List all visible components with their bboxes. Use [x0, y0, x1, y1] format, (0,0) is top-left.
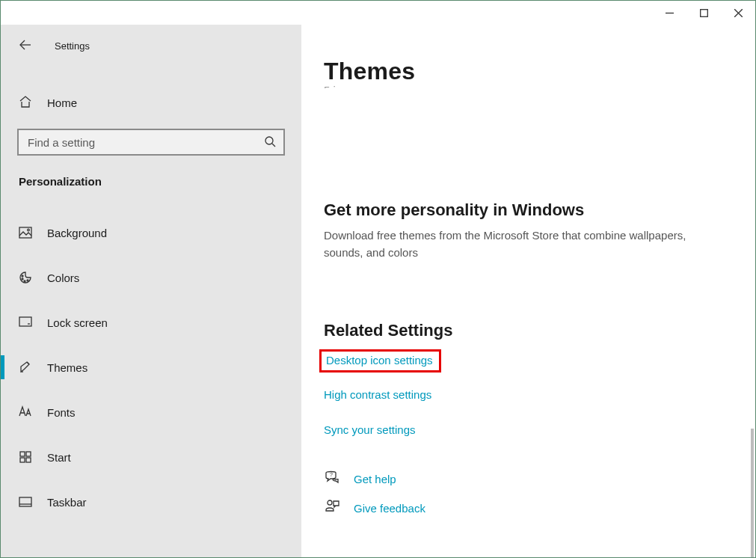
search-field[interactable] — [26, 135, 264, 150]
nav-item-colors[interactable]: Colors — [1, 255, 301, 300]
svg-text:?: ? — [330, 472, 333, 477]
page-title: Themes — [324, 58, 734, 85]
search-input[interactable] — [17, 129, 285, 156]
link-sync-your-settings[interactable]: Sync your settings — [324, 424, 416, 435]
svg-rect-1 — [700, 9, 707, 16]
settings-window: Settings Home Personalization — [0, 0, 756, 558]
scrollbar[interactable] — [751, 429, 754, 557]
titlebar — [1, 1, 755, 25]
nav-item-label: Taskbar — [47, 496, 87, 509]
nav-item-taskbar[interactable]: Taskbar — [1, 479, 301, 524]
svg-rect-17 — [26, 452, 31, 456]
lock-screen-icon — [19, 316, 32, 329]
maximize-button[interactable] — [686, 1, 721, 25]
nav-item-background[interactable]: Background — [1, 210, 301, 255]
get-more-desc: Download free themes from the Microsoft … — [324, 227, 713, 261]
home-label: Home — [47, 96, 77, 109]
svg-rect-19 — [26, 458, 31, 462]
nav-item-label: Background — [47, 227, 107, 239]
close-icon — [734, 9, 743, 17]
nav-item-start[interactable]: Start — [1, 435, 301, 479]
svg-point-5 — [265, 137, 273, 144]
svg-point-11 — [24, 280, 25, 282]
nav-item-label: Themes — [47, 361, 87, 374]
nav-list: Background Colors Lock screen — [1, 210, 301, 524]
nav-item-themes[interactable]: Themes — [1, 345, 301, 390]
svg-point-10 — [22, 278, 23, 280]
related-settings-title: Related Settings — [324, 321, 734, 340]
nav-item-fonts[interactable]: Fonts — [1, 390, 301, 435]
give-feedback-icon — [324, 499, 340, 518]
fonts-icon — [19, 405, 32, 419]
home-button[interactable]: Home — [1, 88, 301, 118]
back-button[interactable] — [19, 38, 32, 54]
give-feedback-row[interactable]: Give feedback — [324, 499, 734, 518]
nav-item-lock-screen[interactable]: Lock screen — [1, 300, 301, 345]
back-arrow-icon — [19, 38, 32, 52]
main-pane: Themes 5 images Get more personality in … — [301, 25, 755, 557]
link-desktop-icon-settings[interactable]: Desktop icon settings — [326, 355, 433, 366]
nav-item-label: Start — [47, 451, 71, 464]
get-more-title: Get more personality in Windows — [324, 200, 734, 220]
start-icon — [19, 450, 32, 464]
svg-rect-18 — [20, 458, 25, 462]
minimize-icon — [666, 9, 674, 17]
background-icon — [19, 226, 32, 239]
highlight-box: Desktop icon settings — [319, 349, 441, 372]
home-icon — [19, 95, 32, 111]
svg-point-9 — [22, 275, 23, 277]
svg-rect-13 — [19, 317, 31, 326]
taskbar-icon — [19, 495, 32, 509]
svg-rect-20 — [19, 497, 31, 506]
app-title: Settings — [55, 40, 90, 52]
get-help-link[interactable]: Get help — [354, 473, 396, 485]
close-button[interactable] — [721, 1, 755, 25]
svg-line-15 — [27, 362, 29, 364]
sidebar: Settings Home Personalization — [1, 25, 301, 557]
svg-point-23 — [328, 500, 332, 505]
get-help-row[interactable]: ? Get help — [324, 470, 734, 488]
minimize-button[interactable] — [652, 1, 686, 25]
svg-line-6 — [272, 144, 275, 147]
svg-point-8 — [28, 229, 30, 231]
svg-rect-16 — [20, 452, 25, 456]
maximize-icon — [700, 9, 708, 17]
nav-item-label: Fonts — [47, 406, 76, 419]
category-heading: Personalization — [1, 156, 301, 188]
get-help-icon: ? — [324, 470, 340, 488]
give-feedback-link[interactable]: Give feedback — [354, 502, 425, 515]
themes-icon — [19, 361, 32, 374]
link-high-contrast-settings[interactable]: High contrast settings — [324, 389, 431, 400]
svg-rect-7 — [19, 227, 31, 238]
nav-item-label: Colors — [47, 272, 79, 284]
nav-item-label: Lock screen — [47, 316, 108, 329]
search-icon — [264, 135, 276, 150]
svg-point-12 — [27, 280, 28, 281]
colors-icon — [19, 271, 32, 284]
